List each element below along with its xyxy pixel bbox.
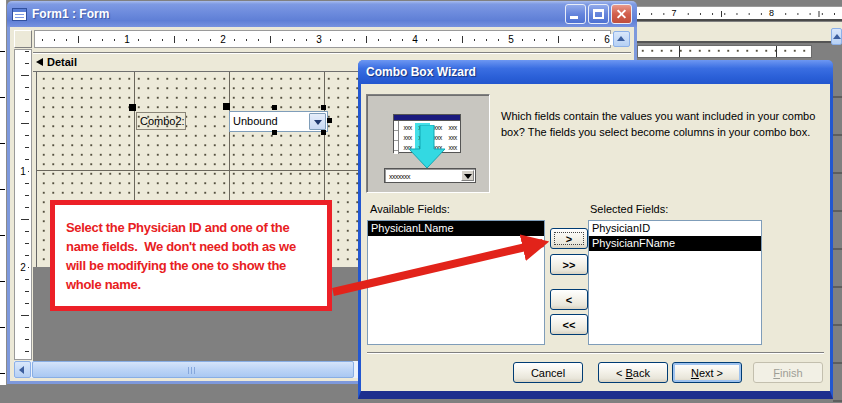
ruler-number: 7 xyxy=(668,8,680,18)
ruler-number: 2 xyxy=(18,262,28,272)
ruler-number: 2 xyxy=(217,34,229,45)
selection-handle[interactable] xyxy=(223,103,230,110)
wizard-graphic: xxxxxxxxxxxx xxxxxxxxxxxx xxxxxxxxxxxx x… xyxy=(366,94,490,193)
selection-handle[interactable] xyxy=(321,130,326,135)
selected-fields-list[interactable]: PhysicianIDPhysicianFName xyxy=(588,220,762,345)
background-scroll-up-button[interactable] xyxy=(831,28,842,45)
wizard-title: Combo Box Wizard xyxy=(366,65,476,79)
dropdown-icon xyxy=(461,170,474,181)
combobox-graphic: xxxxxxx xyxy=(384,168,476,183)
grid-divider xyxy=(776,46,777,57)
scrollbar-thumb[interactable] xyxy=(32,361,354,378)
remove-field-button[interactable]: < xyxy=(550,289,588,310)
back-button[interactable]: < Back xyxy=(598,362,668,383)
grid-divider xyxy=(679,46,680,57)
selection-handle[interactable] xyxy=(272,130,277,135)
detail-section-label: Detail xyxy=(47,56,77,68)
close-button[interactable] xyxy=(611,4,632,24)
finish-button[interactable]: Finish xyxy=(753,362,823,383)
add-all-fields-button[interactable]: >> xyxy=(550,254,588,275)
table-header-graphic xyxy=(394,115,460,121)
scroll-left-button[interactable] xyxy=(14,361,31,378)
add-field-button[interactable]: > xyxy=(550,228,588,249)
table-rowhead-graphic xyxy=(394,121,399,154)
ruler-number: 6 xyxy=(601,34,613,45)
screen: { "background": { "ruler_numbers": ["7",… xyxy=(0,0,842,403)
list-item[interactable]: PhysicianID xyxy=(589,221,761,236)
wizard-titlebar[interactable]: Combo Box Wizard xyxy=(358,60,833,84)
horizontal-ruler[interactable]: 123456 xyxy=(34,30,611,48)
minimize-button[interactable] xyxy=(565,4,586,24)
combobox-value: Unbound xyxy=(233,115,278,127)
form-titlebar[interactable]: Form1 : Form xyxy=(7,1,637,27)
vertical-ruler[interactable]: 12 xyxy=(14,49,32,360)
wizard-body: xxxxxxxxxxxx xxxxxxxxxxxx xxxxxxxxxxxx x… xyxy=(361,84,830,391)
focus-rect xyxy=(554,232,584,245)
list-item[interactable]: PhysicianLName xyxy=(368,221,544,236)
remove-all-fields-button[interactable]: << xyxy=(550,314,588,335)
ruler-number: 8 xyxy=(766,8,778,18)
available-fields-label: Available Fields: xyxy=(370,203,450,215)
background-window-edge xyxy=(833,60,842,403)
form-icon xyxy=(12,8,27,21)
ruler-corner[interactable] xyxy=(14,30,32,48)
minimize-icon xyxy=(570,16,578,19)
background-vertical-ruler xyxy=(0,0,7,385)
available-fields-list[interactable]: PhysicianLName xyxy=(367,220,545,345)
maximize-icon xyxy=(593,9,604,19)
wizard-description: Which fields contain the values you want… xyxy=(501,108,831,140)
maximize-button[interactable] xyxy=(588,4,609,24)
next-button[interactable]: Next > xyxy=(672,362,742,383)
unbound-combobox[interactable]: Unbound xyxy=(229,111,328,132)
background-grid-band xyxy=(637,45,812,58)
ruler-number: 4 xyxy=(409,34,421,45)
combo-box-wizard-dialog: Combo Box Wizard xxxxxxxxxxxx xxxxxxxxxx… xyxy=(358,60,833,399)
cancel-button[interactable]: Cancel xyxy=(513,362,583,383)
vertical-scroll-up-button[interactable] xyxy=(613,31,630,47)
separator xyxy=(367,352,824,354)
background-horizontal-ruler: 78 xyxy=(637,6,842,21)
section-collapse-icon xyxy=(36,58,43,66)
selection-handle[interactable] xyxy=(129,104,136,111)
ruler-number: 1 xyxy=(121,34,133,45)
combobox-dropdown-icon[interactable] xyxy=(309,113,326,130)
selection-handle[interactable] xyxy=(327,118,332,123)
ruler-number: 3 xyxy=(313,34,325,45)
background-window-fragment: 78 xyxy=(637,0,842,59)
annotation-callout: Select the Physician ID and one of the n… xyxy=(50,200,332,311)
list-item[interactable]: PhysicianFName xyxy=(589,236,761,251)
selected-fields-label: Selected Fields: xyxy=(590,203,668,215)
cyan-down-arrow-icon xyxy=(405,125,449,169)
selection-handle[interactable] xyxy=(272,105,277,110)
ruler-number: 5 xyxy=(505,34,517,45)
ruler-number: 1 xyxy=(18,166,28,176)
selection-handle[interactable] xyxy=(321,105,326,110)
window-title: Form1 : Form xyxy=(32,7,109,21)
combo2-label[interactable]: Combo2: xyxy=(136,112,186,130)
background-band xyxy=(637,22,842,43)
